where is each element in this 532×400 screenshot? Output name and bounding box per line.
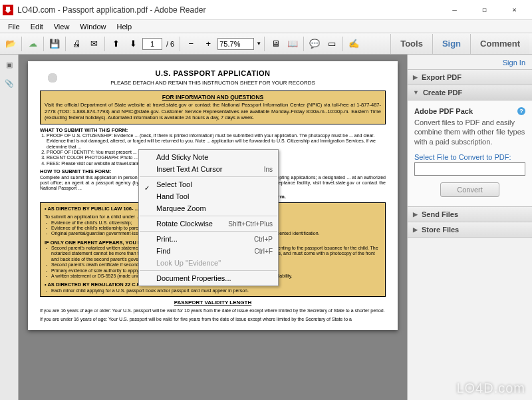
page-down-icon[interactable]: ⬇ (125, 36, 141, 52)
acc-send[interactable]: ▶Send Files (408, 207, 532, 222)
zoom-in-icon[interactable]: + (200, 36, 216, 52)
window-title: LO4D.com - Passport application.pdf - Ad… (17, 5, 440, 15)
file-path-input[interactable] (414, 162, 525, 176)
ctx-insert[interactable]: Insert Text At CursorIns (139, 163, 278, 175)
zoom-out-icon[interactable]: − (183, 36, 199, 52)
info-box: FOR INFORMATION AND QUESTIONS Visit the … (40, 91, 386, 124)
maximize-button[interactable]: ☐ (469, 1, 499, 19)
menu-edit[interactable]: Edit (25, 21, 49, 32)
right-panel: Sign In ▶Export PDF ▼Create PDF Adobe PD… (407, 55, 532, 400)
menu-help[interactable]: Help (111, 21, 137, 32)
chevron-right-icon: ▶ (413, 211, 418, 218)
title-bar: LO4D.com - Passport application.pdf - Ad… (0, 0, 532, 20)
ctx-find[interactable]: FindCtrl+F (139, 245, 278, 257)
ctx-hand[interactable]: Hand Tool (139, 190, 278, 202)
minimize-button[interactable]: — (440, 1, 469, 19)
sign-in-link[interactable]: Sign In (408, 55, 532, 69)
menu-file[interactable]: File (3, 21, 25, 32)
tab-sign[interactable]: Sign (432, 34, 470, 54)
acc-create[interactable]: ▼Create PDF (408, 85, 532, 100)
chevron-right-icon: ▶ (413, 226, 418, 233)
highlight-icon[interactable]: ▭ (324, 36, 340, 52)
cloud-icon[interactable]: ☁ (25, 36, 41, 52)
seal-icon (41, 67, 64, 89)
ctx-marquee[interactable]: Marquee Zoom (139, 202, 278, 214)
watermark: LO4D.com (456, 381, 525, 396)
ctx-props[interactable]: Document Properties... (139, 272, 278, 284)
chevron-down-icon: ▼ (413, 89, 419, 96)
ctx-rotate[interactable]: Rotate ClockwiseShift+Ctrl+Plus (139, 218, 278, 230)
acc-store[interactable]: ▶Store Files (408, 222, 532, 238)
attachments-icon[interactable]: 📎 (3, 77, 15, 89)
ctx-lookup: Look Up "Evidence" (139, 257, 278, 269)
tab-tools[interactable]: Tools (390, 34, 432, 54)
tool-a-icon[interactable]: 🖥 (267, 36, 283, 52)
acc-export[interactable]: ▶Export PDF (408, 70, 532, 85)
menu-view[interactable]: View (49, 21, 75, 32)
close-button[interactable]: ✕ (499, 1, 529, 19)
menu-bar: File Edit View Window Help (0, 20, 532, 33)
sign-icon[interactable]: ✍ (346, 36, 362, 52)
nav-strip: ▣ 📎 (0, 55, 19, 400)
comment-icon[interactable]: 💬 (307, 36, 323, 52)
select-file-link[interactable]: Select File to Convert to PDF: (414, 153, 525, 161)
doc-title: U.S. PASSPORT APPLICATION (40, 69, 386, 79)
thumbnails-icon[interactable]: ▣ (3, 59, 15, 71)
tab-comment[interactable]: Comment (470, 34, 529, 54)
open-icon[interactable]: 📂 (3, 36, 19, 52)
convert-button[interactable]: Convert (440, 182, 499, 197)
tool-b-icon[interactable]: 📖 (285, 36, 301, 52)
mail-icon[interactable]: ✉ (86, 36, 102, 52)
chevron-right-icon: ▶ (413, 74, 418, 81)
app-icon (3, 5, 13, 15)
toolbar: 📂 ☁ 💾 🖨 ✉ ⬆ ⬇ / 6 − + ▼ 🖥 📖 💬 ▭ ✍ Tools … (0, 33, 532, 55)
info-icon[interactable]: ? (517, 107, 525, 115)
ctx-print[interactable]: Print...Ctrl+P (139, 233, 278, 245)
create-body: Adobe PDF Pack? Convert files to PDF and… (408, 100, 532, 207)
menu-window[interactable]: Window (74, 21, 111, 32)
ctx-sticky[interactable]: Add Sticky Note (139, 151, 278, 163)
ctx-select[interactable]: Select Tool (139, 178, 278, 190)
page-total: / 6 (164, 40, 177, 48)
save-icon[interactable]: 💾 (47, 36, 63, 52)
page-up-icon[interactable]: ⬆ (108, 36, 124, 52)
doc-subtitle: PLEASE DETACH AND RETAIN THIS INSTRUCTIO… (40, 80, 386, 87)
context-menu: Add Sticky Note Insert Text At CursorIns… (138, 149, 279, 286)
page-number-input[interactable] (142, 38, 162, 50)
print-icon[interactable]: 🖨 (68, 36, 84, 52)
zoom-input[interactable] (217, 38, 254, 50)
